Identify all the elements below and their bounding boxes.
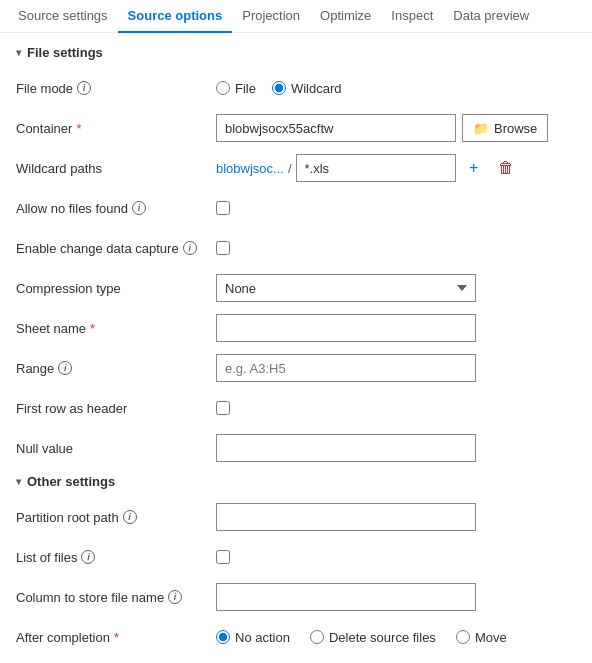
range-label: Range i (16, 361, 216, 376)
after-completion-label: After completion * (16, 630, 216, 645)
after-completion-move-option[interactable]: Move (456, 630, 507, 645)
allow-no-files-label: Allow no files found i (16, 201, 216, 216)
range-info-icon[interactable]: i (58, 361, 72, 375)
allow-no-files-row: Allow no files found i (16, 194, 576, 222)
partition-root-path-control (216, 503, 576, 531)
file-mode-wildcard-option[interactable]: Wildcard (272, 81, 342, 96)
column-store-file-name-input[interactable] (216, 583, 476, 611)
tab-inspect[interactable]: Inspect (381, 0, 443, 33)
after-completion-radio-group: No action Delete source files Move (216, 630, 507, 645)
first-row-header-row: First row as header (16, 394, 576, 422)
after-completion-delete-radio[interactable] (310, 630, 324, 644)
allow-no-files-info-icon[interactable]: i (132, 201, 146, 215)
null-value-control (216, 434, 576, 462)
file-mode-wildcard-radio[interactable] (272, 81, 286, 95)
wildcard-input[interactable] (296, 154, 456, 182)
null-value-label: Null value (16, 441, 216, 456)
file-settings-header[interactable]: ▾ File settings (16, 45, 576, 60)
add-wildcard-button[interactable]: + (460, 154, 488, 182)
allow-no-files-checkbox[interactable] (216, 201, 230, 215)
sheet-name-label: Sheet name * (16, 321, 216, 336)
first-row-header-checkbox[interactable] (216, 401, 230, 415)
sheet-name-row: Sheet name * (16, 314, 576, 342)
nav-tabs: Source settings Source options Projectio… (0, 0, 592, 33)
first-row-header-control (216, 401, 576, 415)
enable-change-data-label: Enable change data capture i (16, 241, 216, 256)
enable-change-data-row: Enable change data capture i (16, 234, 576, 262)
list-of-files-row: List of files i (16, 543, 576, 571)
column-store-file-name-info-icon[interactable]: i (168, 590, 182, 604)
sheet-name-control (216, 314, 576, 342)
delete-icon: 🗑 (498, 159, 514, 177)
after-completion-no-action-radio[interactable] (216, 630, 230, 644)
file-mode-controls: File Wildcard (216, 81, 576, 96)
list-of-files-label: List of files i (16, 550, 216, 565)
folder-icon: 📁 (473, 121, 489, 136)
after-completion-required-star: * (114, 630, 119, 645)
range-control (216, 354, 576, 382)
null-value-row: Null value (16, 434, 576, 462)
enable-change-data-checkbox[interactable] (216, 241, 230, 255)
wildcard-path-group: blobwjsoc... / + 🗑 (216, 154, 520, 182)
after-completion-move-label: Move (475, 630, 507, 645)
column-store-file-name-control (216, 583, 576, 611)
partition-root-path-label: Partition root path i (16, 510, 216, 525)
file-mode-label: File mode i (16, 81, 216, 96)
partition-root-path-info-icon[interactable]: i (123, 510, 137, 524)
after-completion-row: After completion * No action Delete sour… (16, 623, 576, 651)
container-label: Container * (16, 121, 216, 136)
list-of-files-checkbox[interactable] (216, 550, 230, 564)
container-controls: 📁 Browse (216, 114, 576, 142)
file-mode-row: File mode i File Wildcard (16, 74, 576, 102)
wildcard-paths-label: Wildcard paths (16, 161, 216, 176)
after-completion-no-action-label: No action (235, 630, 290, 645)
container-required-star: * (76, 121, 81, 136)
container-input[interactable] (216, 114, 456, 142)
after-completion-move-radio[interactable] (456, 630, 470, 644)
range-row: Range i (16, 354, 576, 382)
file-settings-chevron-icon: ▾ (16, 47, 21, 58)
list-of-files-info-icon[interactable]: i (81, 550, 95, 564)
plus-icon: + (469, 159, 478, 177)
null-value-input[interactable] (216, 434, 476, 462)
wildcard-paths-controls: blobwjsoc... / + 🗑 (216, 154, 576, 182)
container-row: Container * 📁 Browse (16, 114, 576, 142)
list-of-files-control (216, 550, 576, 564)
browse-button[interactable]: 📁 Browse (462, 114, 548, 142)
enable-change-data-info-icon[interactable]: i (183, 241, 197, 255)
main-content: ▾ File settings File mode i File Wildcar… (0, 33, 592, 663)
file-mode-wildcard-label: Wildcard (291, 81, 342, 96)
partition-root-path-row: Partition root path i (16, 503, 576, 531)
compression-type-select[interactable]: None gzip bzip2 deflate ZipDeflate snapp… (216, 274, 476, 302)
file-mode-file-option[interactable]: File (216, 81, 256, 96)
allow-no-files-control (216, 201, 576, 215)
compression-type-row: Compression type None gzip bzip2 deflate… (16, 274, 576, 302)
partition-root-path-input[interactable] (216, 503, 476, 531)
other-settings-label: Other settings (27, 474, 115, 489)
wildcard-path-segment[interactable]: blobwjsoc... (216, 161, 284, 176)
delete-wildcard-button[interactable]: 🗑 (492, 154, 520, 182)
range-input[interactable] (216, 354, 476, 382)
first-row-header-label: First row as header (16, 401, 216, 416)
after-completion-delete-option[interactable]: Delete source files (310, 630, 436, 645)
file-mode-file-label: File (235, 81, 256, 96)
file-settings-label: File settings (27, 45, 103, 60)
after-completion-no-action-option[interactable]: No action (216, 630, 290, 645)
tab-projection[interactable]: Projection (232, 0, 310, 33)
file-mode-info-icon[interactable]: i (77, 81, 91, 95)
tab-data-preview[interactable]: Data preview (443, 0, 539, 33)
other-settings-chevron-icon: ▾ (16, 476, 21, 487)
tab-source-options[interactable]: Source options (118, 0, 233, 33)
browse-label: Browse (494, 121, 537, 136)
tab-source-settings[interactable]: Source settings (8, 0, 118, 33)
file-mode-file-radio[interactable] (216, 81, 230, 95)
other-settings-header[interactable]: ▾ Other settings (16, 474, 576, 489)
compression-type-label: Compression type (16, 281, 216, 296)
sheet-name-input[interactable] (216, 314, 476, 342)
after-completion-delete-label: Delete source files (329, 630, 436, 645)
column-store-file-name-label: Column to store file name i (16, 590, 216, 605)
enable-change-data-control (216, 241, 576, 255)
wildcard-paths-row: Wildcard paths blobwjsoc... / + 🗑 (16, 154, 576, 182)
after-completion-controls: No action Delete source files Move (216, 630, 576, 645)
tab-optimize[interactable]: Optimize (310, 0, 381, 33)
